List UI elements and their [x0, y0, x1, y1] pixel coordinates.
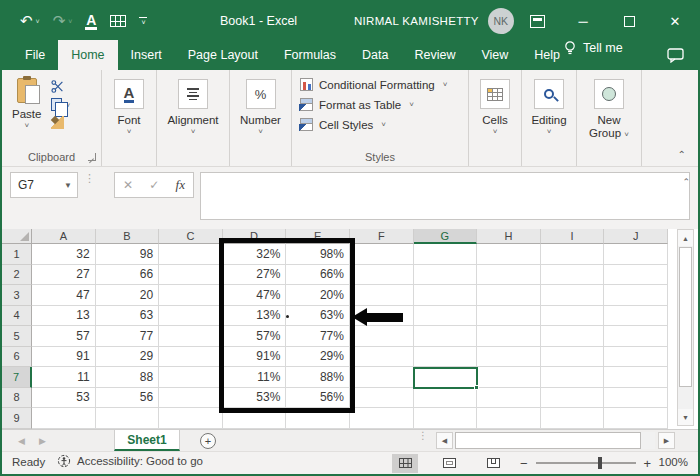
cell-G3[interactable]: [414, 285, 478, 306]
undo-button[interactable]: ↶˅: [20, 12, 40, 30]
column-header-H[interactable]: H: [477, 229, 541, 244]
column-header-F[interactable]: F: [350, 229, 414, 244]
cell-C5[interactable]: [159, 326, 223, 347]
row-header-3[interactable]: 3: [2, 285, 32, 306]
formula-input[interactable]: [200, 172, 690, 220]
cell-B7[interactable]: 88: [96, 367, 160, 388]
cell-F8[interactable]: [350, 388, 414, 409]
cell-G6[interactable]: [414, 347, 478, 368]
select-all-button[interactable]: [2, 229, 32, 244]
cell-B9[interactable]: [96, 408, 160, 429]
chevron-down-icon[interactable]: ˅: [258, 127, 263, 136]
cell-F3[interactable]: [350, 285, 414, 306]
cell-H7[interactable]: [477, 367, 541, 388]
vertical-scrollbar[interactable]: ▲ ▼: [677, 229, 694, 426]
cell-J2[interactable]: [604, 265, 668, 286]
cell-C4[interactable]: [159, 306, 223, 327]
chevron-down-icon[interactable]: ˅: [547, 127, 552, 136]
cell-J8[interactable]: [604, 388, 668, 409]
column-header-J[interactable]: J: [604, 229, 668, 244]
cell-A9[interactable]: [32, 408, 96, 429]
tell-me-button[interactable]: Tell me: [554, 40, 633, 56]
sheet-tab[interactable]: Sheet1: [114, 430, 180, 451]
cells-group[interactable]: Cells ˅: [469, 70, 522, 166]
cell-G9[interactable]: [414, 408, 478, 429]
cell-A3[interactable]: 47: [32, 285, 96, 306]
cell-C9[interactable]: [159, 408, 223, 429]
tab-view[interactable]: View: [468, 40, 521, 70]
format-as-table-button[interactable]: Format as Table˅: [300, 98, 468, 111]
scroll-down-icon[interactable]: ▼: [678, 409, 693, 425]
cell-I3[interactable]: [541, 285, 605, 306]
row-header-5[interactable]: 5: [2, 326, 32, 347]
column-header-I[interactable]: I: [541, 229, 605, 244]
cell-A5[interactable]: 57: [32, 326, 96, 347]
page-break-view-button[interactable]: [480, 454, 506, 473]
cell-C8[interactable]: [159, 388, 223, 409]
column-header-A[interactable]: A: [32, 229, 96, 244]
comments-button[interactable]: [667, 40, 684, 70]
cell-H4[interactable]: [477, 306, 541, 327]
next-sheet-icon[interactable]: ▶: [39, 436, 46, 446]
new-group[interactable]: New Group ˅: [577, 70, 642, 166]
maximize-button[interactable]: [606, 2, 652, 40]
tab-home[interactable]: Home: [58, 40, 117, 70]
row-header-8[interactable]: 8: [2, 388, 32, 409]
editing-group[interactable]: Editing ˅: [522, 70, 577, 166]
horizontal-scroll-thumb[interactable]: [455, 432, 641, 449]
tab-file[interactable]: File: [12, 40, 58, 70]
cell-G2[interactable]: [414, 265, 478, 286]
borders-button[interactable]: [110, 15, 126, 27]
cell-G5[interactable]: [414, 326, 478, 347]
cut-button[interactable]: [51, 80, 70, 93]
zoom-out-button[interactable]: −: [520, 456, 528, 471]
scrollbar-resize-handle[interactable]: ⋮: [418, 433, 428, 438]
cell-J5[interactable]: [604, 326, 668, 347]
close-button[interactable]: ✕: [652, 2, 698, 40]
tab-data[interactable]: Data: [349, 40, 401, 70]
cell-H6[interactable]: [477, 347, 541, 368]
enter-icon[interactable]: ✓: [149, 178, 159, 192]
tab-review[interactable]: Review: [401, 40, 468, 70]
row-header-2[interactable]: 2: [2, 265, 32, 286]
minimize-button[interactable]: ─: [560, 2, 606, 40]
cell-C1[interactable]: [159, 244, 223, 265]
page-layout-view-button[interactable]: [436, 454, 462, 473]
cell-I4[interactable]: [541, 306, 605, 327]
cell-J9[interactable]: [604, 408, 668, 429]
cell-I2[interactable]: [541, 265, 605, 286]
prev-sheet-icon[interactable]: ◀: [18, 436, 25, 446]
row-header-6[interactable]: 6: [2, 347, 32, 368]
cell-F9[interactable]: [350, 408, 414, 429]
cell-I7[interactable]: [541, 367, 605, 388]
font-color-button[interactable]: A: [85, 13, 97, 30]
cell-A7[interactable]: 11: [32, 367, 96, 388]
insert-function-icon[interactable]: fx: [176, 177, 185, 193]
row-header-4[interactable]: 4: [2, 306, 32, 327]
column-header-B[interactable]: B: [96, 229, 160, 244]
scroll-left-icon[interactable]: ◀: [436, 432, 453, 449]
cell-I5[interactable]: [541, 326, 605, 347]
cell-F2[interactable]: [350, 265, 414, 286]
chevron-down-icon[interactable]: ▼: [59, 181, 77, 190]
name-box[interactable]: G7 ▼: [10, 172, 78, 198]
chevron-down-icon[interactable]: ˅: [191, 127, 196, 136]
cell-H1[interactable]: [477, 244, 541, 265]
paste-button[interactable]: Paste ˅: [12, 78, 41, 130]
font-group[interactable]: A Font ˅: [102, 70, 157, 166]
scroll-up-icon[interactable]: ▲: [678, 230, 693, 246]
column-header-C[interactable]: C: [159, 229, 223, 244]
scroll-right-icon[interactable]: ▶: [658, 432, 675, 449]
cancel-icon[interactable]: ✕: [123, 178, 133, 192]
cell-H3[interactable]: [477, 285, 541, 306]
copy-button[interactable]: ˅: [51, 98, 70, 111]
cell-B6[interactable]: 29: [96, 347, 160, 368]
cell-A2[interactable]: 27: [32, 265, 96, 286]
horizontal-scrollbar[interactable]: [453, 432, 655, 449]
chevron-down-icon[interactable]: ˅: [624, 130, 629, 139]
cell-B3[interactable]: 20: [96, 285, 160, 306]
dialog-launcher-icon[interactable]: [88, 153, 96, 161]
format-painter-button[interactable]: [51, 116, 70, 129]
chevron-down-icon[interactable]: ˅: [493, 127, 498, 136]
cell-H9[interactable]: [477, 408, 541, 429]
